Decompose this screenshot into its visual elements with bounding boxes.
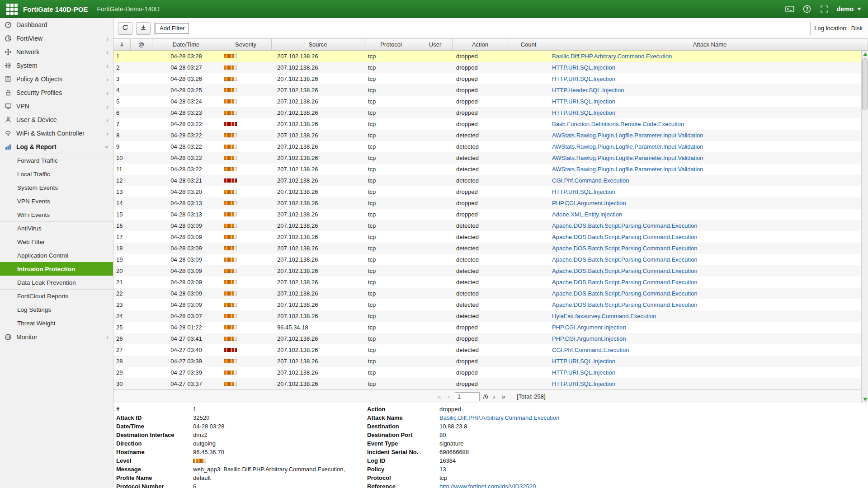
column-header-action[interactable]: Action — [453, 39, 508, 50]
attack-name-link[interactable]: HTTP.URI.SQL.Injection — [552, 75, 615, 82]
attack-name-link[interactable]: PHP.CGI.Argument.Injection — [552, 335, 626, 342]
attack-name-link[interactable]: Adobe.XML.Entity.Injection — [552, 211, 622, 218]
sidebar-item-threat-weight[interactable]: Threat Weight — [0, 316, 113, 330]
attack-name-link[interactable]: Basilic.Diff.PHP.Arbitrary.Command.Execu… — [552, 53, 672, 60]
attack-name-link[interactable]: HTTP.URI.SQL.Injection — [552, 380, 615, 387]
table-row[interactable]: 2304-28 03:09207.102.138.26tcpdetectedAp… — [113, 299, 861, 310]
sidebar-item-forticloud-reports[interactable]: FortiCloud Reports — [0, 289, 113, 303]
sidebar-item-local-traffic[interactable]: Local Traffic — [0, 167, 113, 181]
prev-page-button[interactable]: ‹ — [446, 393, 451, 400]
table-row[interactable]: 2004-28 03:09207.102.138.26tcpdetectedAp… — [113, 265, 861, 277]
table-row[interactable]: 2704-27 03:40207.102.138.26tcpdetectedCG… — [113, 344, 861, 356]
table-row[interactable]: 2404-28 03:07207.102.138.26tcpdetectedHy… — [113, 310, 861, 322]
attack-name-link[interactable]: HTTP.URI.SQL.Injection — [552, 188, 615, 195]
column-header-source[interactable]: Source — [272, 39, 364, 50]
attack-name-link[interactable]: PHP.CGI.Argument.Injection — [552, 324, 626, 331]
table-row[interactable]: 1104-28 03:22207.102.138.26tcpdetectedAW… — [113, 164, 861, 175]
sidebar-item-user-device[interactable]: User & Device› — [0, 113, 113, 127]
attack-name-link[interactable]: AWStats.Rawlog.Plugin.Logfile.Parameter.… — [552, 132, 703, 139]
table-row[interactable]: 204-28 03:27207.102.138.26tcpdroppedHTTP… — [113, 62, 861, 73]
sidebar-item-network[interactable]: Network› — [0, 45, 113, 59]
sidebar-item-wifi-events[interactable]: WiFi Events — [0, 208, 113, 221]
attack-name-link[interactable]: CGI.Phf.Command.Execution — [552, 177, 629, 184]
sidebar-item-monitor[interactable]: Monitor› — [0, 330, 113, 343]
column-header-blank[interactable]: @ — [131, 39, 152, 50]
sidebar-item-security-profiles[interactable]: Security Profiles› — [0, 86, 113, 99]
download-button[interactable] — [136, 22, 151, 35]
sidebar-item-web-filter[interactable]: Web Filter — [0, 235, 113, 249]
sidebar-item-vpn-events[interactable]: VPN Events — [0, 194, 113, 208]
sidebar-item-wifi-switch-controller[interactable]: WiFi & Switch Controller› — [0, 127, 113, 140]
table-row[interactable]: 304-28 03:26207.102.138.26tcpdroppedHTTP… — [113, 73, 861, 84]
table-row[interactable]: 1504-28 03:13207.102.138.26tcpdroppedAdo… — [113, 209, 861, 220]
table-row[interactable]: 104-28 03:28207.102.138.26tcpdroppedBasi… — [113, 51, 861, 62]
table-row[interactable]: 604-28 03:23207.102.138.26tcpdroppedHTTP… — [113, 107, 861, 118]
sidebar-item-vpn[interactable]: VPN› — [0, 99, 113, 113]
vertical-scrollbar[interactable] — [861, 51, 868, 403]
sidebar-item-data-leak-prevention[interactable]: Data Leak Prevention — [0, 276, 113, 289]
log-location-value[interactable]: Disk — [851, 25, 863, 32]
help-icon[interactable]: ? — [802, 5, 811, 14]
attack-name-link[interactable]: Apache.DOS.Batch.Script.Parsing.Command.… — [552, 245, 698, 252]
sidebar-item-dashboard[interactable]: Dashboard — [0, 18, 113, 32]
add-filter-input[interactable]: Add Filter — [156, 23, 189, 34]
attack-name-link[interactable]: HTTP.URI.SQL.Injection — [552, 358, 615, 365]
scroll-up-icon[interactable] — [862, 51, 868, 57]
table-row[interactable]: 2804-27 03:39207.102.138.26tcpdroppedHTT… — [113, 356, 861, 367]
column-header-user[interactable]: User — [418, 39, 453, 50]
scroll-down-icon[interactable] — [862, 396, 868, 403]
table-row[interactable]: 2904-27 03:39207.102.138.26tcpdroppedHTT… — [113, 367, 861, 378]
first-page-button[interactable]: « — [436, 393, 442, 400]
table-row[interactable]: 1704-28 03:09207.102.138.26tcpdetectedAp… — [113, 231, 861, 243]
table-row[interactable]: 3004-27 03:37207.102.138.26tcpdroppedHTT… — [113, 378, 861, 389]
column-header-date-time[interactable]: Date/Time — [152, 39, 220, 50]
column-header-blank[interactable]: # — [113, 39, 131, 50]
attack-name-link[interactable]: HTTP.URI.SQL.Injection — [552, 98, 615, 105]
page-input[interactable] — [455, 392, 480, 401]
filter-bar[interactable]: Add Filter — [154, 22, 811, 35]
table-row[interactable]: 904-28 03:22207.102.138.26tcpdetectedAWS… — [113, 141, 861, 152]
sidebar-item-system[interactable]: System› — [0, 59, 113, 72]
table-row[interactable]: 1204-28 03:21207.102.138.26tcpdetectedCG… — [113, 175, 861, 186]
table-row[interactable]: 804-28 03:22207.102.138.26tcpdetectedAWS… — [113, 130, 861, 141]
attack-name-link[interactable]: Apache.DOS.Batch.Script.Parsing.Command.… — [552, 234, 698, 240]
attack-name-link[interactable]: HTTP.URI.SQL.Injection — [552, 369, 615, 376]
table-row[interactable]: 404-28 03:25207.102.138.26tcpdroppedHTTP… — [113, 84, 861, 96]
detail-link[interactable]: Basilic.Diff.PHP.Arbitrary.Command.Execu… — [439, 414, 559, 421]
user-menu[interactable]: demo — [837, 5, 862, 13]
table-row[interactable]: 704-28 03:22207.102.138.26tcpdroppedBash… — [113, 118, 861, 130]
table-row[interactable]: 504-28 03:24207.102.138.26tcpdroppedHTTP… — [113, 96, 861, 107]
attack-name-link[interactable]: Apache.DOS.Batch.Script.Parsing.Command.… — [552, 222, 698, 229]
sidebar-item-log-report[interactable]: Log & Report› — [0, 140, 113, 154]
detail-link[interactable]: http://www.fortinet.com/ids/VID32520 — [439, 483, 536, 488]
sidebar-item-system-events[interactable]: System Events — [0, 181, 113, 194]
table-row[interactable]: 1904-28 03:09207.102.138.26tcpdetectedAp… — [113, 254, 861, 265]
sidebar-item-intrusion-protection[interactable]: Intrusion Protection — [0, 262, 113, 276]
refresh-button[interactable] — [118, 22, 132, 35]
attack-name-link[interactable]: Bash.Function.Definitions.Remote.Code.Ex… — [552, 121, 684, 127]
attack-name-link[interactable]: Apache.DOS.Batch.Script.Parsing.Command.… — [552, 301, 698, 308]
table-row[interactable]: 1004-28 03:22207.102.138.26tcpdetectedAW… — [113, 152, 861, 164]
attack-name-link[interactable]: HTTP.Header.SQL.Injection — [552, 87, 624, 94]
column-header-attack-name[interactable]: Attack Name — [549, 39, 868, 50]
scroll-thumb[interactable] — [862, 58, 868, 110]
attack-name-link[interactable]: Apache.DOS.Batch.Script.Parsing.Command.… — [552, 290, 698, 297]
sidebar-item-application-control[interactable]: Application Control — [0, 249, 113, 262]
sidebar-item-fortiview[interactable]: FortiView› — [0, 32, 113, 45]
table-row[interactable]: 1304-28 03:20207.102.138.26tcpdroppedHTT… — [113, 186, 861, 197]
attack-name-link[interactable]: HTTP.URI.SQL.Injection — [552, 109, 615, 116]
table-row[interactable]: 2204-28 03:09207.102.138.26tcpdetectedAp… — [113, 288, 861, 299]
column-header-severity[interactable]: Severity — [220, 39, 272, 50]
next-page-button[interactable]: › — [492, 393, 497, 400]
attack-name-link[interactable]: CGI.Phf.Command.Execution — [552, 347, 629, 353]
attack-name-link[interactable]: Apache.DOS.Batch.Script.Parsing.Command.… — [552, 256, 698, 263]
sidebar-item-log-settings[interactable]: Log Settings — [0, 303, 113, 316]
sidebar-item-policy-objects[interactable]: Policy & Objects› — [0, 72, 113, 86]
last-page-button[interactable]: » — [500, 393, 507, 400]
column-header-protocol[interactable]: Protocol — [364, 39, 418, 50]
attack-name-link[interactable]: AWStats.Rawlog.Plugin.Logfile.Parameter.… — [552, 166, 703, 173]
attack-name-link[interactable]: PHP.CGI.Argument.Injection — [552, 200, 626, 206]
attack-name-link[interactable]: Apache.DOS.Batch.Script.Parsing.Command.… — [552, 267, 698, 274]
table-row[interactable]: 1604-28 03:09207.102.138.26tcpdetectedAp… — [113, 220, 861, 231]
attack-name-link[interactable]: AWStats.Rawlog.Plugin.Logfile.Parameter.… — [552, 143, 703, 150]
